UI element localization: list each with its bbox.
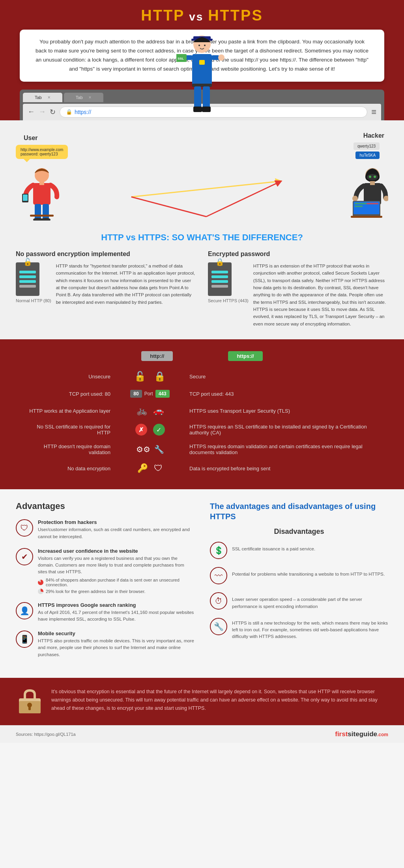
http-port-label: Normal HTTP (80) [16,298,51,303]
bubble-line2: password: qwerty123 [21,152,63,156]
adv-item-4: 📱 Mobile security HTTPS also protects tr… [16,630,194,658]
dis-icon-3: ⏱ [210,592,227,610]
comp-icons-2: 80 Port 443 [118,390,181,398]
secure-icon: 🔒 [154,371,166,382]
dis-item-4: 🔧 HTTPS is still a new technology for th… [210,618,388,640]
comp-left-4: No SSL certificate is required for HTTP [24,424,118,436]
browser-tab-1[interactable]: Tab × [23,93,62,102]
disadvantages-col: The advantages and disadvantages of usin… [210,501,388,666]
tab1-close[interactable]: × [48,95,50,100]
svg-point-33 [367,174,378,180]
title-vs: vs [185,11,208,23]
svg-point-27 [41,218,50,221]
comp-right-1: Secure [181,374,380,380]
bubble-arrow [24,159,30,162]
tab2-text: Tab [76,95,83,100]
svg-rect-24 [43,204,49,220]
crossing-arrows [72,165,341,224]
comp-row-1: Unsecure 🔓 🔒 Secure [24,371,380,382]
port-443-badge: 443 [155,390,170,398]
address-text: https:// [75,109,91,115]
hacker-bubble1: qwerty123 [354,142,380,150]
menu-icon[interactable]: ≡ [371,107,376,117]
adv-item-1: 🛡 Protection from hackers User/customer … [16,519,194,540]
dis-icon-2: 〰 [210,567,227,584]
svg-rect-45 [351,216,382,218]
http-server-icon: 🔓 Normal HTTP (80) [16,262,51,303]
comp-left-6: No data encryption [24,466,118,471]
lock-icon: 🔒 [66,109,72,115]
tab1-text: Tab [35,95,42,100]
http-desc: HTTP stands for "hypertext transfer prot… [56,262,196,306]
adv-desc-4: HTTPS also protects traffic on mobile de… [38,638,194,658]
comparison-header: http:// https:// [24,351,380,361]
hacker-area: Hacker qwerty123 huTe5KA [345,132,388,224]
adv-desc-1: User/customer information, such as credi… [38,526,194,540]
http-label-badge: http:// [141,351,173,361]
dis-item-1: 💲 SSL certificate issuance is a paid ser… [210,542,388,559]
hacker-bubble2: huTe5KA [355,152,380,159]
https-port-label: Secure HTTPS (443) [208,298,249,303]
svg-point-34 [369,176,371,178]
pie-29-icon [38,589,43,594]
forward-icon[interactable]: → [39,108,46,116]
svg-line-29 [131,197,206,217]
user-label: User [24,135,38,142]
adv-icon-1: 🛡 [16,519,33,537]
stat-29-text: 29% look for the green address bar in th… [46,589,146,594]
stat-29: 29% look for the green address bar in th… [38,589,194,594]
title-https: HTTPS [208,7,263,24]
svg-rect-17 [202,107,211,112]
page-title: HTTP vs HTTPS [8,7,396,24]
refresh-icon[interactable]: ↻ [50,108,56,116]
comp-icons-6: 🔑 🛡 [118,463,181,473]
browser-tab-2[interactable]: Tab × [64,93,103,102]
title-http: HTTP [141,7,185,24]
https-col: Encrypted password 🔒 Secure HTTPS (443) … [208,251,388,328]
svg-point-10 [218,54,224,61]
adv-dis-section: Advantages 🛡 Protection from hackers Use… [0,489,404,678]
svg-rect-6 [199,60,205,65]
dis-item-2: 〰 Potential for problems while transitio… [210,567,388,584]
footer-text: It's obvious that encryption is essentia… [51,688,388,713]
pie-84-icon [38,580,43,585]
svg-rect-19 [33,183,50,205]
svg-rect-37 [370,181,375,185]
comp-left-3: HTTP works at the Application layer [24,408,118,414]
svg-rect-23 [35,204,41,220]
user-bubble: http://www.example.com password: qwerty1… [16,145,68,159]
back-icon[interactable]: ← [28,108,35,116]
comp-right-4: HTTPS requires an SSL certificate to be … [181,424,380,436]
advantages-col: Advantages 🛡 Protection from hackers Use… [16,501,194,666]
footer-lock-icon [16,688,43,715]
comp-row-2: TCP port used: 80 80 Port 443 TCP port u… [24,390,380,398]
tab2-close[interactable]: × [89,95,92,100]
check-icon: ✓ [153,424,165,436]
svg-point-35 [374,176,376,178]
svg-point-3 [198,45,200,46]
svg-line-30 [206,181,281,217]
svg-rect-22 [23,195,28,201]
dis-title: Disadvantages [210,528,388,536]
diff-columns-section: HTTP vs HTTPS: SO WHAT'S THE DIFFERENCE?… [0,228,404,340]
adv-dis-container: Advantages 🛡 Protection from hackers Use… [16,501,388,666]
svg-line-28 [131,181,281,197]
svg-rect-44 [367,203,378,204]
comp-row-4: No SSL certificate is required for HTTP … [24,424,380,436]
dis-icon-4: 🔧 [210,618,227,635]
svg-rect-20 [39,181,44,185]
header-section: HTTP vs HTTPS [0,0,404,30]
footer-section: It's obvious that encryption is essentia… [0,678,404,725]
adv-desc-2: Visitors can verify you are a registered… [38,555,194,576]
comp-left-1: Unsecure [24,374,118,380]
comp-row-3: HTTP works at the Application layer 🚲 🚗 … [24,406,380,416]
adv-dis-title: The advantages and disadvantages of usin… [210,501,388,522]
svg-point-4 [204,45,206,46]
brand-site: site [348,730,359,738]
brand-com: .com [377,732,388,737]
comp-right-3: HTTPS uses Transport Layer Security (TLS… [181,408,380,414]
advantages-title: Advantages [16,501,194,511]
svg-rect-43 [355,206,363,207]
dis-desc-3: Lower server operation speed – a conside… [232,592,388,610]
comp-icons-4: ✗ ✓ [118,424,181,436]
